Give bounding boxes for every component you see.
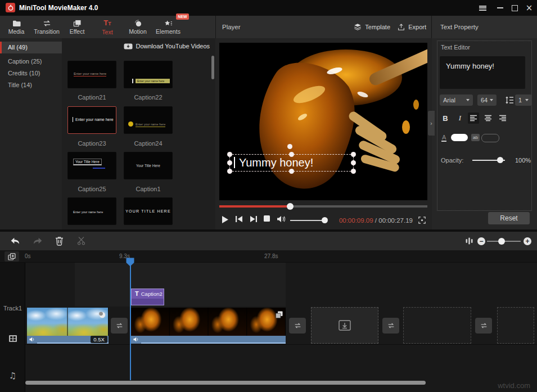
- split-scissors-button[interactable]: [77, 236, 85, 245]
- timeline-clip-flowers[interactable]: 0.5X: [27, 308, 109, 344]
- tab-text[interactable]: TT Text: [92, 16, 123, 38]
- font-color-swatch[interactable]: [451, 134, 468, 141]
- resize-handle-tc[interactable]: [289, 152, 294, 157]
- caption-label: Caption23: [67, 140, 117, 147]
- caption-thumb-extra2[interactable]: YOUR TITLE HERE: [124, 197, 173, 225]
- stop-button[interactable]: [264, 215, 270, 222]
- font-color-icon[interactable]: A: [441, 134, 446, 142]
- font-family-select[interactable]: Arial: [440, 94, 473, 106]
- align-right-button[interactable]: [497, 112, 508, 124]
- effect-frames-icon: [73, 20, 82, 27]
- timeline-caption-clip[interactable]: T Caption2: [131, 289, 164, 305]
- export-icon: [398, 23, 405, 31]
- empty-clip-dropzone[interactable]: [311, 307, 378, 344]
- bold-button[interactable]: B: [440, 112, 451, 124]
- redo-button[interactable]: [33, 236, 43, 245]
- fullscreen-button[interactable]: [418, 217, 426, 224]
- panel-collapse-handle[interactable]: ›: [428, 111, 435, 136]
- tab-transition[interactable]: Transition: [31, 16, 62, 38]
- caption-thumb-22[interactable]: Enter your name here: [124, 61, 173, 88]
- tab-effect[interactable]: Effect: [62, 16, 92, 38]
- timeline-clip-honey[interactable]: [131, 308, 286, 344]
- caption-label: Caption24: [123, 140, 173, 147]
- tab-motion[interactable]: Motion: [123, 16, 153, 38]
- resize-handle-mr[interactable]: [351, 160, 356, 165]
- maximize-button[interactable]: [509, 3, 520, 12]
- seek-bar[interactable]: [219, 205, 427, 208]
- timeline-scrollbar[interactable]: [25, 381, 426, 385]
- opacity-handle[interactable]: [497, 157, 503, 163]
- highlight-color-swatch[interactable]: [481, 134, 499, 142]
- transition-slot[interactable]: [475, 318, 492, 334]
- font-size-select[interactable]: 64: [477, 94, 497, 106]
- zoom-out-button[interactable]: −: [477, 237, 485, 245]
- time-separator: /: [373, 217, 379, 224]
- category-title[interactable]: Title (14): [0, 79, 62, 91]
- italic-button[interactable]: I: [454, 112, 466, 124]
- next-frame-button[interactable]: [250, 215, 258, 223]
- delete-button[interactable]: [55, 236, 64, 246]
- transition-slot[interactable]: [289, 318, 306, 334]
- category-caption[interactable]: Caption (25): [0, 56, 62, 67]
- resize-handle-br[interactable]: [351, 169, 356, 174]
- text-clip-icon: T: [135, 290, 139, 297]
- resize-handle-ml[interactable]: [227, 160, 232, 165]
- volume-slider[interactable]: [290, 220, 326, 221]
- previous-frame-button[interactable]: [235, 215, 243, 223]
- overlay-text[interactable]: Yummy honey!: [239, 155, 313, 170]
- play-button[interactable]: [222, 215, 229, 224]
- undo-button[interactable]: [10, 236, 20, 245]
- text-property-panel: Text Editor Yummy honey! Arial 64 1 B I …: [432, 38, 537, 231]
- media-tabbar: Media Transition Effect TT Text Motion E…: [0, 16, 216, 38]
- category-credits[interactable]: Credits (10): [0, 67, 62, 79]
- library-scrollbar[interactable]: [211, 56, 214, 79]
- resize-handle-bc[interactable]: [289, 169, 294, 174]
- video-preview[interactable]: Yummy honey!: [219, 43, 427, 200]
- rotate-handle[interactable]: [287, 144, 292, 149]
- close-button[interactable]: ×: [524, 3, 534, 12]
- category-all[interactable]: All (49): [0, 42, 62, 53]
- menu-icon[interactable]: [477, 3, 488, 12]
- caption-thumb-21[interactable]: Enter your name here: [67, 61, 116, 88]
- track-height-icon[interactable]: [465, 237, 473, 245]
- playhead-line[interactable]: [130, 260, 131, 380]
- chevron-down-icon: [525, 99, 529, 101]
- caption-thumb-23-selected[interactable]: Enter your name here: [67, 106, 116, 134]
- resize-handle-tl[interactable]: [227, 152, 232, 157]
- transition-slot[interactable]: [111, 318, 128, 334]
- opacity-value: 100%: [515, 157, 531, 164]
- align-center-button[interactable]: [482, 112, 494, 124]
- volume-handle[interactable]: [322, 217, 328, 223]
- pip-stack-icon: [274, 309, 284, 319]
- minimize-button[interactable]: [495, 3, 505, 12]
- reset-button[interactable]: Reset: [488, 212, 530, 224]
- volume-icon[interactable]: [277, 215, 286, 223]
- music-track-icon: ♫: [0, 371, 25, 381]
- add-to-timeline-icon[interactable]: [4, 251, 19, 262]
- align-left-button[interactable]: [468, 112, 479, 124]
- timeline-zoom-handle[interactable]: [498, 238, 505, 245]
- empty-clip-slot[interactable]: [497, 307, 534, 344]
- speaker-icon: [29, 337, 35, 342]
- highlight-color-icon[interactable]: ab: [471, 134, 480, 141]
- seek-handle[interactable]: [287, 203, 294, 210]
- line-count-select[interactable]: 1: [515, 94, 532, 106]
- tab-media[interactable]: Media: [1, 16, 31, 38]
- download-youtube-link[interactable]: Download YouTube Videos: [124, 43, 210, 49]
- resize-handle-bl[interactable]: [227, 169, 232, 174]
- resize-handle-tr[interactable]: [351, 152, 356, 157]
- transition-slot[interactable]: [382, 318, 399, 334]
- zoom-in-button[interactable]: +: [524, 237, 531, 245]
- export-button[interactable]: Export: [398, 22, 426, 32]
- empty-clip-slot[interactable]: [403, 307, 471, 344]
- caption-thumb-25[interactable]: Your Title Here: [67, 152, 116, 179]
- library-sidebar: All (49) Caption (25) Credits (10) Title…: [0, 38, 62, 231]
- tab-label: Text: [102, 29, 112, 35]
- text-editor-input[interactable]: Yummy honey!: [440, 56, 525, 89]
- caption-thumb-extra1[interactable]: Enter your name here: [67, 197, 116, 225]
- template-button[interactable]: Template: [354, 22, 390, 32]
- download-video-icon: [124, 43, 133, 49]
- text-overlay-selection[interactable]: Yummy honey!: [229, 154, 354, 172]
- caption-thumb-24[interactable]: Enter your name here: [124, 106, 173, 134]
- caption-thumb-1[interactable]: Your Title Here: [124, 152, 173, 179]
